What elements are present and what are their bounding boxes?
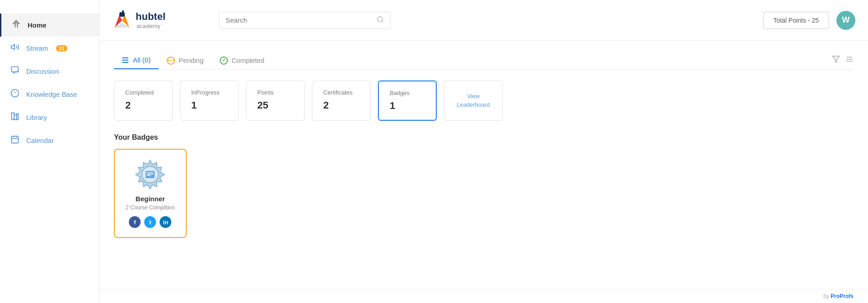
svg-point-14	[377, 17, 382, 22]
svg-marker-16	[833, 56, 840, 62]
calendar-icon	[10, 135, 20, 146]
stat-card-certificates[interactable]: Certificates 2	[312, 80, 371, 121]
total-points-button[interactable]: Total Points - 25	[763, 12, 829, 29]
svg-rect-22	[146, 171, 155, 178]
sidebar-item-knowledge-base[interactable]: Knowledge Base	[0, 83, 99, 106]
badge-icon-wrap	[134, 159, 166, 190]
logo-hubtel: hubtel	[136, 11, 165, 23]
footer-prefix: by	[823, 293, 830, 299]
app-container: Home Stream 22 Discussion Knowledge Bas	[0, 0, 868, 303]
stat-label-points: Points	[257, 89, 293, 96]
tab-completed[interactable]: ✓ Completed	[212, 52, 273, 69]
svg-rect-6	[12, 136, 19, 143]
logo-icon	[112, 10, 132, 30]
stat-label-completed: Completed	[125, 89, 161, 96]
footer: by ProProfs	[99, 289, 868, 303]
stats-row: Completed 2 InProgress 1 Points 25 Certi…	[114, 80, 854, 121]
content-area: All (0) Pending ✓ Completed	[99, 41, 868, 289]
sidebar-label-stream: Stream	[26, 44, 48, 52]
tab-completed-label: Completed	[231, 57, 264, 64]
view-leaderboard-text: ViewLeaderboard	[457, 92, 490, 109]
sidebar-label-discussion: Discussion	[26, 67, 59, 75]
filter-icon[interactable]	[832, 55, 840, 66]
search-icon	[377, 16, 384, 25]
badge-name: Beginner	[126, 195, 175, 203]
sidebar-label-home: Home	[28, 21, 47, 29]
sidebar: Home Stream 22 Discussion Knowledge Bas	[0, 0, 99, 303]
linkedin-icon[interactable]: in	[160, 216, 171, 228]
stat-label-badges: Badges	[390, 90, 425, 96]
tabs-row: All (0) Pending ✓ Completed	[114, 52, 854, 70]
your-badges-title: Your Badges	[114, 133, 854, 142]
stat-value-completed: 2	[125, 99, 161, 111]
list-view-icon[interactable]	[845, 55, 854, 66]
stat-value-badges: 1	[390, 100, 425, 112]
footer-brand: ProProfs	[830, 293, 854, 299]
sidebar-item-library[interactable]: Library	[0, 106, 99, 129]
view-leaderboard-card[interactable]: ViewLeaderboard	[444, 80, 503, 121]
badge-social-icons: f t in	[126, 216, 175, 228]
logo-area: hubtel academy	[112, 10, 212, 30]
header: hubtel academy Total Points - 25 W	[99, 0, 868, 41]
search-bar[interactable]	[219, 12, 391, 29]
tab-pending-label: Pending	[179, 57, 203, 64]
svg-rect-13	[119, 12, 125, 17]
completed-icon: ✓	[220, 57, 228, 65]
badges-grid: Beginner 2 Course Complition f t in	[114, 149, 854, 238]
tab-actions	[832, 55, 854, 66]
badge-description: 2 Course Complition	[126, 204, 175, 211]
logo-text: hubtel academy	[136, 11, 165, 30]
svg-marker-0	[11, 44, 15, 50]
sidebar-label-calendar: Calendar	[26, 137, 54, 144]
avatar[interactable]: W	[836, 11, 855, 30]
facebook-icon[interactable]: f	[129, 216, 141, 228]
badge-card-beginner[interactable]: Beginner 2 Course Complition f t in	[114, 149, 187, 238]
stat-label-certificates: Certificates	[323, 89, 359, 96]
sidebar-nav: Home Stream 22 Discussion Knowledge Bas	[0, 14, 99, 152]
home-icon	[11, 19, 21, 31]
sidebar-item-discussion[interactable]: Discussion	[0, 60, 99, 83]
knowledge-base-icon	[10, 89, 20, 100]
tab-all-label: All (0)	[133, 56, 151, 64]
stat-label-inprogress: InProgress	[191, 89, 227, 96]
svg-line-15	[382, 21, 383, 22]
search-input[interactable]	[226, 16, 373, 24]
stat-value-inprogress: 1	[191, 99, 227, 111]
stream-badge: 22	[56, 45, 67, 52]
sidebar-label-knowledge-base: Knowledge Base	[26, 90, 77, 98]
main-area: hubtel academy Total Points - 25 W	[99, 0, 868, 303]
stat-value-certificates: 2	[323, 99, 359, 111]
stat-card-inprogress[interactable]: InProgress 1	[180, 80, 239, 121]
badge-icon-svg	[134, 159, 166, 190]
all-tab-icon	[122, 57, 128, 63]
svg-rect-3	[12, 113, 14, 120]
tab-pending[interactable]: Pending	[159, 52, 212, 69]
pending-icon	[167, 57, 175, 65]
stat-card-points[interactable]: Points 25	[246, 80, 305, 121]
tab-all[interactable]: All (0)	[114, 52, 159, 69]
library-icon	[10, 112, 20, 123]
stat-card-badges[interactable]: Badges 1	[378, 80, 437, 121]
stat-value-points: 25	[257, 99, 293, 111]
logo-academy: academy	[137, 23, 165, 30]
stat-card-completed[interactable]: Completed 2	[114, 80, 173, 121]
sidebar-item-home[interactable]: Home	[0, 14, 99, 37]
sidebar-label-library: Library	[26, 114, 47, 121]
svg-rect-5	[17, 114, 18, 119]
discussion-icon	[10, 66, 20, 77]
svg-rect-4	[14, 115, 17, 120]
twitter-icon[interactable]: t	[144, 216, 156, 228]
sidebar-item-calendar[interactable]: Calendar	[0, 129, 99, 152]
stream-icon	[10, 43, 20, 54]
sidebar-item-stream[interactable]: Stream 22	[0, 37, 99, 60]
header-right: Total Points - 25 W	[763, 11, 855, 30]
